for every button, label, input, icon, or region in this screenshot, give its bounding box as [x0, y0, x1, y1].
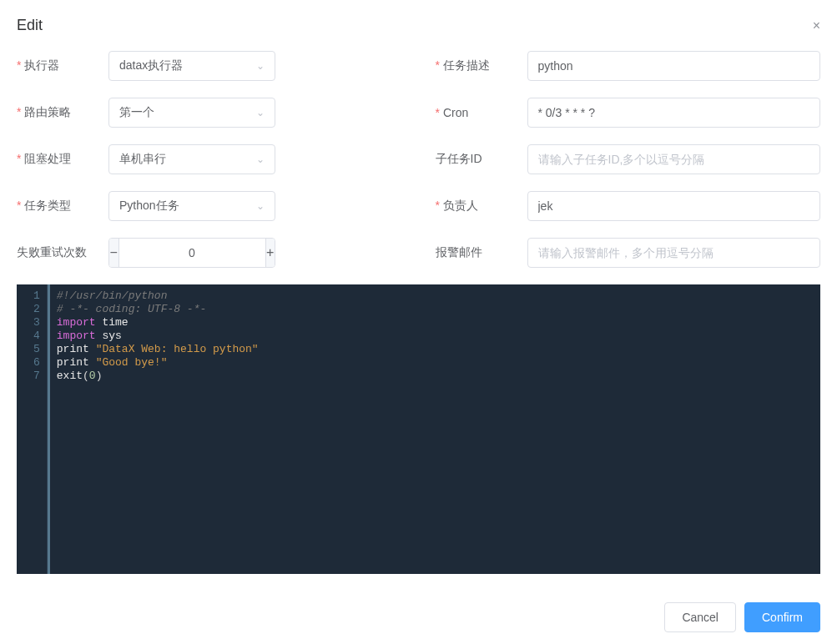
code-comment: #!/usr/bin/python: [57, 289, 168, 302]
code-builtin: print: [57, 343, 89, 355]
block-value: 单机串行: [119, 152, 166, 167]
code-builtin: exit: [57, 370, 83, 382]
label-owner: 负责人: [436, 199, 527, 214]
label-retry: 失败重试次数: [17, 245, 108, 260]
row-task-type: 任务类型 Python任务 ⌄: [17, 191, 419, 221]
task-type-select[interactable]: Python任务 ⌄: [108, 191, 275, 221]
dialog-title: Edit: [17, 17, 43, 34]
line-gutter: 1 2 3 4 5 6 7: [17, 284, 48, 574]
edit-dialog: Edit × 执行器 datax执行器 ⌄ 任务描述: [0, 0, 837, 644]
route-value: 第一个: [119, 105, 154, 120]
owner-field[interactable]: [538, 199, 810, 213]
subtask-field[interactable]: [538, 153, 810, 166]
block-select[interactable]: 单机串行 ⌄: [108, 144, 275, 174]
alert-input[interactable]: [527, 238, 821, 268]
route-select[interactable]: 第一个 ⌄: [108, 98, 275, 128]
retry-field[interactable]: [119, 239, 265, 267]
stepper-decrement-button[interactable]: −: [109, 239, 119, 267]
line-number: 3: [33, 316, 40, 330]
code-builtin: print: [57, 356, 89, 369]
row-retry: 失败重试次数 − +: [17, 238, 419, 268]
code-keyword: import: [57, 330, 96, 342]
row-subtask: 子任务ID: [419, 144, 821, 174]
cron-field[interactable]: [538, 106, 810, 119]
task-desc-field[interactable]: [538, 59, 810, 73]
confirm-button[interactable]: Confirm: [744, 602, 820, 632]
chevron-down-icon: ⌄: [256, 60, 265, 72]
label-cron: Cron: [436, 106, 527, 119]
form: 执行器 datax执行器 ⌄ 任务描述 路由策略: [17, 51, 820, 268]
line-number: 5: [33, 343, 40, 356]
line-number: 4: [33, 330, 40, 343]
chevron-down-icon: ⌄: [256, 200, 265, 212]
executor-value: datax执行器: [119, 58, 183, 73]
retry-stepper[interactable]: − +: [108, 238, 275, 268]
row-cron: Cron: [419, 98, 821, 128]
label-task-type: 任务类型: [17, 199, 108, 214]
label-executor: 执行器: [17, 58, 108, 73]
executor-select[interactable]: datax执行器 ⌄: [108, 51, 275, 81]
chevron-down-icon: ⌄: [256, 153, 265, 165]
label-alert: 报警邮件: [436, 245, 527, 260]
label-block: 阻塞处理: [17, 152, 108, 167]
line-number: 6: [33, 356, 40, 370]
code-number: 0: [89, 370, 96, 382]
label-subtask: 子任务ID: [436, 152, 527, 167]
dialog-header: Edit ×: [0, 0, 837, 43]
line-number: 1: [33, 289, 40, 303]
alert-field[interactable]: [538, 246, 810, 259]
code-comment: # -*- coding: UTF-8 -*-: [57, 303, 206, 315]
dialog-body: 执行器 datax执行器 ⌄ 任务描述 路由策略: [0, 43, 837, 591]
cron-input[interactable]: [527, 98, 821, 128]
dialog-footer: Cancel Confirm: [0, 591, 837, 644]
code-string: "Good bye!": [96, 356, 168, 369]
row-executor: 执行器 datax执行器 ⌄: [17, 51, 419, 81]
task-type-value: Python任务: [119, 199, 179, 214]
stepper-increment-button[interactable]: +: [265, 239, 275, 267]
close-icon[interactable]: ×: [813, 18, 820, 33]
code-keyword: import: [57, 316, 96, 329]
row-block: 阻塞处理 单机串行 ⌄: [17, 144, 419, 174]
label-task-desc: 任务描述: [436, 58, 527, 73]
owner-input[interactable]: [527, 191, 821, 221]
code-editor[interactable]: 1 2 3 4 5 6 7 #!/usr/bin/python # -*- co…: [17, 284, 820, 574]
row-route: 路由策略 第一个 ⌄: [17, 98, 419, 128]
subtask-input[interactable]: [527, 144, 821, 174]
code-paren: (: [83, 370, 89, 382]
line-number: 2: [33, 303, 40, 316]
row-alert: 报警邮件: [419, 238, 821, 268]
code-ident: time: [102, 316, 128, 329]
cancel-button[interactable]: Cancel: [664, 602, 736, 632]
code-string: "DataX Web: hello python": [96, 343, 259, 355]
chevron-down-icon: ⌄: [256, 107, 265, 118]
code-ident: sys: [102, 330, 121, 342]
code-content[interactable]: #!/usr/bin/python # -*- coding: UTF-8 -*…: [48, 284, 820, 574]
task-desc-input[interactable]: [527, 51, 821, 81]
row-task-desc: 任务描述: [419, 51, 821, 81]
line-number: 7: [33, 370, 40, 383]
code-paren: ): [96, 370, 103, 382]
label-route: 路由策略: [17, 105, 108, 120]
row-owner: 负责人: [419, 191, 821, 221]
